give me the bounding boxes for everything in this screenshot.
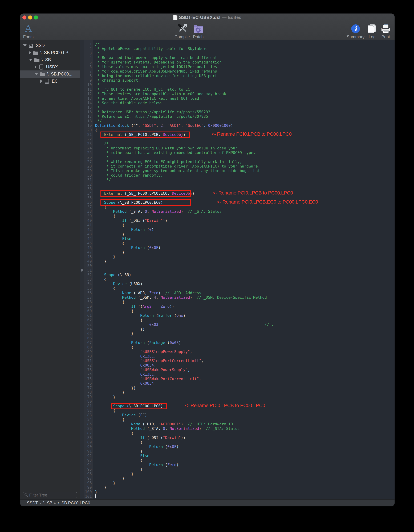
code-line[interactable]: 75 "kUSBWakePortCurrentLimit",	[80, 377, 395, 381]
code-line[interactable]: 9 * charging support.	[80, 78, 395, 83]
code-line[interactable]: 97 }	[80, 476, 395, 481]
toolbar-item-print[interactable]: Print	[374, 22, 395, 39]
tree-item--sb-pc00-lp-[interactable]: \_SB.PC00.LP...	[20, 49, 80, 56]
code-line[interactable]: 65 }	[80, 332, 395, 336]
code-line[interactable]: 27 * While renaming EC0 to EC might pote…	[80, 160, 395, 164]
code-line[interactable]: 63 0x03 // .	[80, 322, 395, 327]
code-line[interactable]: 61 Return (Buffer (One)	[80, 313, 395, 318]
code-line[interactable]: 89 {	[80, 440, 395, 445]
code-line[interactable]: 91 }	[80, 449, 395, 454]
code-line[interactable]: 42 Return (0)	[80, 227, 395, 232]
code-line[interactable]: 62 {	[80, 318, 395, 322]
tree-item--sb-pc00-[interactable]: \_SB.PC00....	[20, 70, 80, 78]
code-line[interactable]: 51	[80, 268, 395, 273]
breadcrumb-item[interactable]: \_SB	[44, 501, 53, 505]
code-line[interactable]: 68 {	[80, 345, 395, 350]
code-line[interactable]: 59 If ((Arg2 == Zero))	[80, 304, 395, 309]
code-line[interactable]: 38 Method (_STA, 0, NotSerialized) // _S…	[80, 209, 395, 214]
code-line[interactable]: 5 * for different systems. Depending on …	[80, 60, 395, 65]
code-line[interactable]: 84 {	[80, 417, 395, 422]
code-line[interactable]: 46 Return (0x0F)	[80, 246, 395, 250]
code-line[interactable]: 32	[80, 182, 395, 187]
code-line[interactable]: 34 External (_SB_.PC00.LPC0.EC0, DeviceO…	[80, 191, 395, 196]
code-line[interactable]: 12 * These devices are incompatible with…	[80, 92, 395, 96]
tree-item--sb[interactable]: \_SB	[20, 56, 80, 63]
code-line[interactable]: 52 Scope (\_SB)	[80, 273, 395, 277]
toolbar-item-fonts[interactable]: AFonts	[20, 22, 40, 39]
code-line[interactable]: 17 * Reference EC: https://applelife.ru/…	[80, 114, 395, 119]
code-line[interactable]: 31 */	[80, 178, 395, 182]
code-line[interactable]: 60 {	[80, 309, 395, 313]
code-line[interactable]: 13 * at any time. AppleACPIEC kext must …	[80, 96, 395, 101]
code-line[interactable]: 6 * these values must match injected IOK…	[80, 65, 395, 69]
code-line[interactable]: 7 * for com.apple.driver.AppleUSBMergeNu…	[80, 69, 395, 74]
code-line[interactable]: 50	[80, 264, 395, 268]
code-line[interactable]: 98 }	[80, 481, 395, 485]
code-line[interactable]: 99 }	[80, 485, 395, 490]
code-line[interactable]: 19DefinitionBlock ("", "SSDT", 2, "ACDT"…	[80, 123, 395, 128]
code-line[interactable]: 74 0x13EC,	[80, 372, 395, 377]
code-line[interactable]: 24 * Uncomment replacing EC0 with your o…	[80, 146, 395, 151]
code-line[interactable]: 73 "kUSBWakePowerSupply",	[80, 368, 395, 372]
code-line[interactable]: 45 {	[80, 241, 395, 246]
breadcrumb-item[interactable]: SSDT	[27, 501, 38, 505]
code-line[interactable]: 96 }	[80, 472, 395, 476]
code-line[interactable]: 55 {	[80, 286, 395, 291]
disclosure-triangle[interactable]	[29, 51, 31, 55]
code-line[interactable]: 71 "kUSBSleepPortCurrentLimit",	[80, 359, 395, 363]
code-line[interactable]: 78 }	[80, 390, 395, 395]
code-line[interactable]: 92 Else	[80, 454, 395, 458]
code-line[interactable]: 53 {	[80, 277, 395, 282]
code-line[interactable]: 47 }	[80, 250, 395, 255]
code-line[interactable]: 94 Return (Zero)	[80, 463, 395, 467]
code-line[interactable]: 70 0x13EC,	[80, 354, 395, 359]
disclosure-triangle[interactable]	[35, 73, 38, 75]
code-line[interactable]: 87 {	[80, 431, 395, 436]
code-line[interactable]: 30 * could trigger randomly.	[80, 173, 395, 178]
tree-item-ssdt[interactable]: SSDT	[20, 42, 80, 49]
code-line[interactable]: 64 })	[80, 327, 395, 332]
code-line[interactable]: 57 Method (_DSM, 4, NotSerialized) // _D…	[80, 295, 395, 300]
code-line[interactable]: 48 }	[80, 255, 395, 259]
tree-item-usbx[interactable]: USBX	[20, 63, 80, 70]
toolbar-item-patch[interactable]: Patch	[187, 22, 210, 39]
code-line[interactable]: 85 Name (_HID, "ACID0001") // _HID: Hard…	[80, 422, 395, 426]
code-line[interactable]: 69 "kUSBSleepPowerSupply",	[80, 350, 395, 354]
code-line[interactable]: 83 Device (EC)	[80, 413, 395, 417]
code-line[interactable]: 2 * AppleUsbPower compatibility table fo…	[80, 47, 395, 51]
disclosure-triangle[interactable]	[23, 44, 27, 47]
code-line[interactable]: 66	[80, 336, 395, 341]
code-line[interactable]: 11 * Try NOT to rename EC0, H_EC, etc. t…	[80, 87, 395, 92]
code-line[interactable]: 67 Return (Package (0x08)	[80, 341, 395, 345]
code-line[interactable]: 21 External (_SB_.PCI0.LPCB, DeviceObj)<…	[80, 133, 395, 137]
code-line[interactable]: 81 Scope (\_SB.PC00.LPC0)<- Rename PCI0.…	[80, 404, 395, 408]
code-line[interactable]: 86 Method (_STA, 0, NotSerialized) // _S…	[80, 426, 395, 431]
code-line[interactable]: 23 /*	[80, 142, 395, 146]
code-line[interactable]: 3 *	[80, 51, 395, 56]
code-line[interactable]: 14 * See the disable code below.	[80, 101, 395, 105]
code-line[interactable]: 54 Device (USBX)	[80, 282, 395, 286]
code-line[interactable]: 88 If (_OSI ("Darwin"))	[80, 436, 395, 440]
code-line[interactable]: 43 }	[80, 232, 395, 237]
code-line[interactable]: 76 0x0834	[80, 381, 395, 386]
disclosure-triangle[interactable]	[29, 59, 32, 61]
code-line[interactable]: 1/*	[80, 42, 395, 47]
code-line[interactable]: 29 * This can make your system unbootabl…	[80, 169, 395, 173]
disclosure-triangle[interactable]	[35, 65, 37, 69]
code-line[interactable]: 25 * motherboard has an existing embedde…	[80, 151, 395, 155]
code-line[interactable]: 101	[80, 494, 395, 499]
code-line[interactable]: 15 *	[80, 105, 395, 110]
code-line[interactable]: 16 * Reference USB: https://applelife.ru…	[80, 110, 395, 114]
code-line[interactable]: 8 * being the most reliable device for t…	[80, 74, 395, 78]
code-line[interactable]: 79 }	[80, 395, 395, 399]
code-editor[interactable]: 1/*2 * AppleUsbPower compatibility table…	[80, 40, 395, 499]
disclosure-triangle[interactable]	[40, 79, 43, 83]
code-line[interactable]: 77 })	[80, 386, 395, 390]
code-line[interactable]: 28 * it connects an incompatible driver …	[80, 164, 395, 169]
breadcrumb-item[interactable]: \_SB.PC00.LPC0	[58, 501, 90, 505]
code-line[interactable]: 72 0x0834,	[80, 363, 395, 368]
code-line[interactable]: 90 Return (0x0F)	[80, 445, 395, 449]
code-line[interactable]: 95 }	[80, 467, 395, 472]
filter-tree-input[interactable]: Filter Tree	[23, 492, 77, 498]
code-line[interactable]: 93 {	[80, 458, 395, 463]
